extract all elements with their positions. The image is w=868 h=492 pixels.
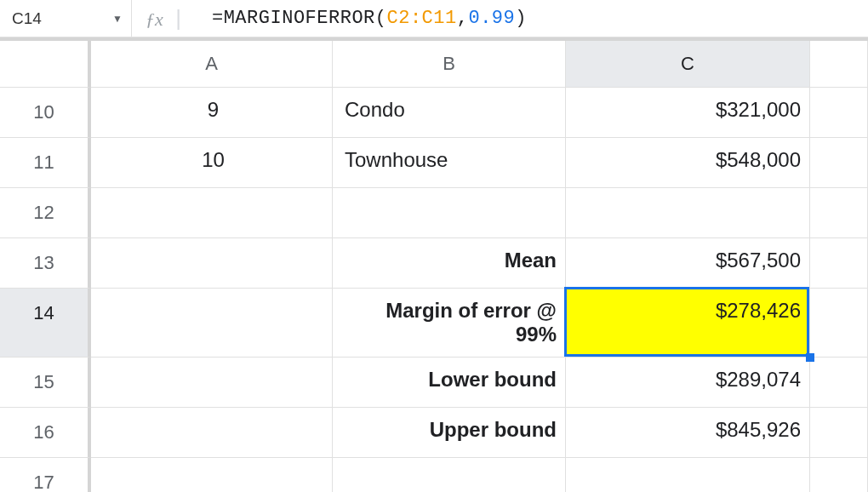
col-header-a[interactable]: A bbox=[91, 41, 333, 88]
cell[interactable] bbox=[810, 188, 868, 238]
cell[interactable]: 9 bbox=[91, 88, 333, 138]
cell[interactable]: $845,926 bbox=[566, 408, 810, 458]
formula-num: 0.99 bbox=[468, 8, 515, 29]
row: 15Lower bound$289,074 bbox=[0, 358, 868, 408]
row: 14Margin of error @ 99%$278,426 bbox=[0, 289, 868, 358]
row: 109Condo$321,000 bbox=[0, 88, 868, 138]
cell[interactable] bbox=[810, 408, 868, 458]
cell[interactable]: Margin of error @ 99% bbox=[333, 289, 566, 358]
formula-fn: MARGINOFERROR bbox=[224, 8, 375, 29]
row: 16Upper bound$845,926 bbox=[0, 408, 868, 458]
cell[interactable] bbox=[810, 289, 868, 358]
row: 13Mean$567,500 bbox=[0, 238, 868, 289]
row-header[interactable]: 10 bbox=[0, 88, 91, 138]
select-all-corner[interactable] bbox=[0, 41, 91, 88]
col-header-b[interactable]: B bbox=[333, 41, 566, 88]
cell[interactable]: Condo bbox=[333, 88, 566, 138]
formula-input[interactable]: =MARGINOFERROR(C2:C11,0.99) bbox=[203, 4, 865, 32]
spreadsheet-grid: A B C 109Condo$321,0001110Townhouse$548,… bbox=[0, 37, 868, 492]
row: 17 bbox=[0, 458, 868, 492]
cell[interactable] bbox=[91, 358, 333, 408]
cell[interactable]: $548,000 bbox=[566, 138, 810, 188]
formula-eq: = bbox=[212, 8, 224, 29]
name-box[interactable]: C14 ▼ bbox=[3, 6, 131, 31]
cell[interactable] bbox=[810, 358, 868, 408]
cell[interactable] bbox=[333, 188, 566, 238]
formula-comma: , bbox=[457, 8, 469, 29]
row: 12 bbox=[0, 188, 868, 238]
formula-bar: C14 ▼ ƒx | =MARGINOFERROR(C2:C11,0.99) bbox=[0, 0, 868, 37]
cell[interactable]: $289,074 bbox=[566, 358, 810, 408]
row-header[interactable]: 15 bbox=[0, 358, 91, 408]
fx-icon: ƒx | bbox=[131, 0, 203, 38]
col-header-c[interactable]: C bbox=[566, 41, 810, 88]
cell[interactable]: Upper bound bbox=[333, 408, 566, 458]
formula-close: ) bbox=[515, 8, 527, 29]
cell[interactable] bbox=[566, 458, 810, 492]
row-header[interactable]: 16 bbox=[0, 408, 91, 458]
formula-ref: C2:C11 bbox=[387, 8, 457, 29]
row-header[interactable]: 17 bbox=[0, 458, 91, 492]
column-headers: A B C bbox=[0, 37, 868, 88]
cell[interactable] bbox=[810, 88, 868, 138]
row-header[interactable]: 13 bbox=[0, 238, 91, 289]
name-box-value: C14 bbox=[12, 9, 42, 28]
col-header-extra[interactable] bbox=[810, 41, 868, 88]
cell[interactable]: Lower bound bbox=[333, 358, 566, 408]
cell[interactable] bbox=[810, 138, 868, 188]
cell[interactable] bbox=[91, 238, 333, 289]
cell[interactable]: 10 bbox=[91, 138, 333, 188]
cell[interactable] bbox=[333, 458, 566, 492]
cell[interactable]: $321,000 bbox=[566, 88, 810, 138]
cell[interactable]: Townhouse bbox=[333, 138, 566, 188]
cell[interactable] bbox=[91, 188, 333, 238]
cell[interactable]: $567,500 bbox=[566, 238, 810, 289]
row-header[interactable]: 11 bbox=[0, 138, 91, 188]
formula-open: ( bbox=[375, 8, 387, 29]
selection-handle[interactable] bbox=[806, 353, 814, 362]
dropdown-icon[interactable]: ▼ bbox=[112, 13, 123, 25]
cell[interactable]: Mean bbox=[333, 238, 566, 289]
cell[interactable] bbox=[810, 458, 868, 492]
cell[interactable] bbox=[566, 188, 810, 238]
row-header[interactable]: 14 bbox=[0, 289, 91, 358]
row: 1110Townhouse$548,000 bbox=[0, 138, 868, 188]
cell[interactable] bbox=[91, 458, 333, 492]
cell[interactable] bbox=[91, 408, 333, 458]
cell[interactable] bbox=[810, 238, 868, 289]
cell[interactable] bbox=[91, 289, 333, 358]
active-cell[interactable]: $278,426 bbox=[566, 289, 810, 358]
row-header[interactable]: 12 bbox=[0, 188, 91, 238]
